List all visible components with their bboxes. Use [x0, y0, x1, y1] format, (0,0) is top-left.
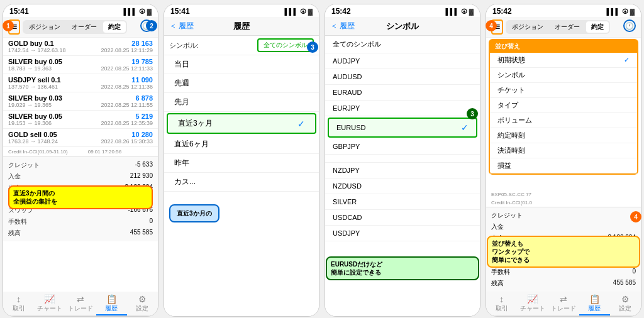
wifi-icon-2: ⦿ [300, 8, 306, 15]
clock-icon-4[interactable]: 🕐 [623, 19, 636, 32]
symbol-nzdusd[interactable]: NZDUSD [325, 178, 480, 194]
annotation-4: 並び替えもワンタップで簡単にできる [487, 236, 640, 268]
status-bar-3: 15:42 ▌▌▌ ⦿ ▓ [325, 4, 480, 17]
symbol-blank [325, 155, 480, 163]
status-icons-4: ▌▌▌ ⦿ ▓ [606, 8, 635, 15]
tab-deal-1[interactable]: 約定 [103, 21, 126, 33]
tab-history-4[interactable]: 📋履歴 [579, 292, 610, 315]
bottom-tab-bar-4: ↕取引 📈チャート ⇄トレード 📋履歴 ⚙設定 [486, 292, 641, 316]
time-2: 15:41 [170, 7, 190, 16]
symbol-usdjpy[interactable]: USDJPY [325, 226, 480, 241]
time-3: 15:42 [331, 7, 351, 16]
history-item-4[interactable]: SILVER buy 0.0519.153 → 19.306 5 2192022… [3, 111, 158, 129]
tab-position-4[interactable]: ポジション [507, 21, 548, 33]
period-3months[interactable]: 直近3ヶ月 ✓ [167, 113, 316, 134]
signal-icon-1: ▌▌▌ [123, 8, 136, 15]
sort-close-time[interactable]: 決済時刻 [490, 143, 637, 158]
battery-icon-4: ▓ [630, 8, 635, 15]
nav-bar-3: ＜ 履歴 シンボル [325, 17, 480, 36]
sort-open-time[interactable]: 約定時刻 [490, 128, 637, 143]
symbol-all[interactable]: 全てのシンボル [325, 36, 480, 53]
badge-1: 1 [3, 20, 14, 31]
period-last-year[interactable]: 昨年 [164, 154, 319, 173]
tab-order-4[interactable]: オーダー [550, 21, 585, 33]
wifi-icon-3: ⦿ [461, 8, 467, 15]
filter-row-2: シンボル: 全てのシンボル [164, 36, 319, 55]
tab-chart-4[interactable]: 📈チャート [517, 292, 548, 315]
period-list-2: 当日 先週 先月 直近3ヶ月 ✓ 直近6ヶ月 昨年 カス... 直近3か月の [164, 55, 319, 316]
history-item-2[interactable]: USDJPY sell 0.1137.570 → 136.461 11 0902… [3, 74, 158, 92]
history-item-1[interactable]: SILVER buy 0.0518.783 → 19.363 19 785202… [3, 56, 158, 74]
badge-3: 3 [467, 108, 478, 119]
tab-order-1[interactable]: オーダー [67, 21, 102, 33]
sort-dropdown-4: 並び替え 初期状態✓ シンボル チケット タイプ ボリューム 約定時刻 決済時刻… [489, 39, 638, 175]
credit-line-1: Credit In-CCI(01.09-31.10) 09.01 17:20:5… [3, 147, 158, 156]
sort-symbol[interactable]: シンボル [490, 68, 637, 83]
history-item-0[interactable]: GOLD buy 0.11742.54 → 1742.63.18 28 1632… [3, 38, 158, 56]
tab-position-1[interactable]: ポジション [24, 21, 65, 33]
period-today[interactable]: 当日 [164, 55, 319, 74]
sort-type[interactable]: タイプ [490, 98, 637, 113]
status-bar-1: 15:41 ▌▌▌ ⦿ ▓ [3, 4, 158, 17]
badge-2: 3 [307, 41, 318, 53]
badge-clock-1: 2 [146, 20, 157, 31]
symbol-eurjpy[interactable]: EURJPY [325, 101, 480, 116]
back-button-2[interactable]: ＜ 履歴 [169, 21, 194, 31]
period-last-week[interactable]: 先週 [164, 74, 319, 93]
period-last-month[interactable]: 先月 [164, 93, 319, 112]
back-button-3[interactable]: ＜ 履歴 [330, 21, 355, 31]
tab-settings-4[interactable]: ⚙設定 [610, 292, 641, 315]
tab-settings-1[interactable]: ⚙設定 [127, 292, 158, 315]
signal-icon-4: ▌▌▌ [606, 8, 619, 15]
symbol-eurusd[interactable]: EURUSD ✓ [328, 118, 477, 138]
badge-4a: 4 [486, 20, 497, 31]
wifi-icon-1: ⦿ [139, 8, 145, 15]
history-item-3[interactable]: SILVER buy 0.0319.029 → 19.365 6 8782022… [3, 92, 158, 111]
sort-profit[interactable]: 損益 [490, 158, 637, 173]
sort-ticket[interactable]: チケット [490, 83, 637, 98]
tab-trade-1[interactable]: ⇄トレード [65, 292, 96, 315]
battery-icon-1: ▓ [147, 8, 152, 15]
annotation-1: 直近3か月間の全損益の集計を [8, 185, 153, 209]
status-bar-4: 15:42 ▌▌▌ ⦿ ▓ [486, 4, 641, 17]
badge-4b: 4 [630, 211, 641, 222]
symbol-usdcad[interactable]: USDCAD [325, 210, 480, 226]
status-bar-2: 15:41 ▌▌▌ ⦿ ▓ [164, 4, 319, 17]
symbol-euraud[interactable]: EURAUD [325, 85, 480, 101]
symbol-audusd[interactable]: AUDUSD [325, 69, 480, 85]
nav-bar-2: ＜ 履歴 履歴 [164, 17, 319, 36]
tab-history-1[interactable]: 📋履歴 [96, 292, 127, 315]
signal-icon-2: ▌▌▌ [284, 8, 297, 15]
tab-trading-1[interactable]: ↕取引 [3, 292, 34, 315]
sort-initial[interactable]: 初期状態✓ [490, 53, 637, 68]
status-icons-3: ▌▌▌ ⦿ ▓ [445, 8, 474, 15]
time-1: 15:41 [9, 7, 29, 16]
nav-title-2: 履歴 [194, 21, 289, 32]
period-custom[interactable]: カス... [164, 173, 319, 192]
filter-value-2[interactable]: 全てのシンボル [257, 38, 314, 52]
symbol-audjpy[interactable]: AUDJPY [325, 53, 480, 69]
annotation-3: EURUSDだけなど簡単に設定できる [326, 256, 479, 280]
credit-line-4b: Credit In-CCI(01.0 [486, 199, 641, 207]
history-list-1: GOLD buy 0.11742.54 → 1742.63.18 28 1632… [3, 38, 158, 292]
sort-dropdown-header: 並び替え [490, 40, 637, 53]
tab-chart-1[interactable]: 📈チャート [34, 292, 65, 315]
wifi-icon-4: ⦿ [622, 8, 628, 15]
symbol-nzdjpy[interactable]: NZDJPY [325, 163, 480, 178]
header-tabs-1: ポジション オーダー 約定 [23, 20, 127, 34]
header-tabs-4: ポジション オーダー 約定 [506, 20, 610, 34]
status-icons-1: ▌▌▌ ⦿ ▓ [123, 8, 152, 15]
sort-volume[interactable]: ボリューム [490, 113, 637, 128]
tab-trading-4[interactable]: ↕取引 [486, 292, 517, 315]
nav-title-3: シンボル [355, 21, 450, 32]
tab-deal-4[interactable]: 約定 [586, 21, 609, 33]
period-6months[interactable]: 直近6ヶ月 [164, 135, 319, 154]
tab-trade-4[interactable]: ⇄トレード [548, 292, 579, 315]
history-item-5[interactable]: GOLD sell 0.051763.28 → 1748.24 10 28020… [3, 129, 158, 147]
symbol-silver[interactable]: SILVER [325, 194, 480, 210]
symbol-gbpjpy[interactable]: GBPJPY [325, 139, 480, 155]
header-row-1: ≡ ポジション オーダー 約定 🕐 [3, 17, 158, 38]
credit-line-4: EXP05-SC-CC 77 [486, 190, 641, 199]
battery-icon-3: ▓ [469, 8, 474, 15]
annotation-2: 直近3か月の [169, 204, 219, 222]
